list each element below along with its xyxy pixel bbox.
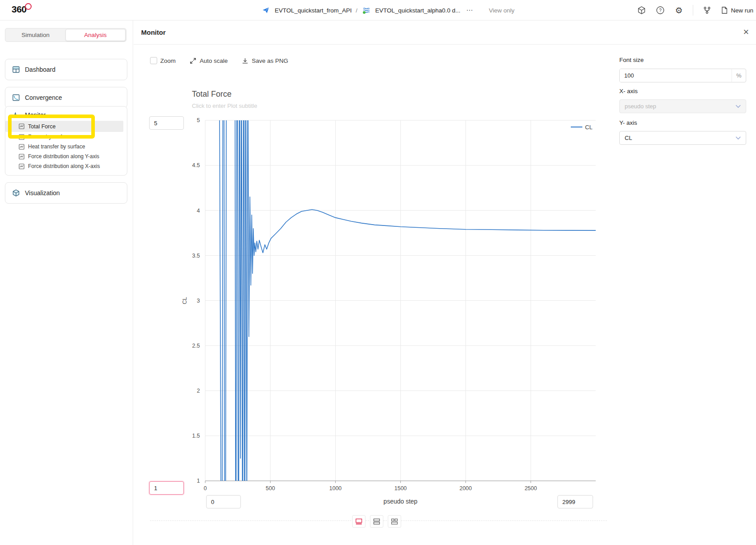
y-axis-label: Y- axis xyxy=(619,119,637,126)
breadcrumb-case-name[interactable]: EVTOL_quickstart_alpha0.0 d... xyxy=(375,7,460,14)
svg-text:1000: 1000 xyxy=(329,485,342,492)
monitor-item-label: Forces by surface xyxy=(28,134,70,140)
monitor-item-label: Heat transfer by surface xyxy=(28,143,85,150)
sidebar-item-dashboard[interactable]: Dashboard xyxy=(5,59,127,80)
svg-text:5: 5 xyxy=(197,117,200,123)
chart-subtitle-placeholder[interactable]: Click to enter Plot subtitle xyxy=(192,102,257,109)
visualization-cube-icon xyxy=(12,189,20,197)
new-run-label: New run xyxy=(731,7,753,14)
layout-switcher xyxy=(352,515,401,528)
monitor-section-header[interactable]: Monitor xyxy=(5,109,127,121)
layout-grid-button[interactable] xyxy=(388,515,401,528)
logo-ring-icon xyxy=(25,3,32,10)
save-png-label: Save as PNG xyxy=(252,57,289,64)
save-png-button[interactable]: Save as PNG xyxy=(241,57,289,65)
settings-gear-icon[interactable]: ⚙ xyxy=(674,5,684,15)
plot-icon xyxy=(19,164,24,169)
monitor-items: Total Force Forces by surface Heat trans… xyxy=(5,121,127,171)
layout-two-rows-icon xyxy=(373,518,380,525)
auto-scale-label: Auto scale xyxy=(200,57,228,64)
x-min-input[interactable] xyxy=(206,495,241,508)
sidebar: Simulation Analysis Dashboard Convergenc… xyxy=(0,20,133,545)
auto-scale-button[interactable]: Auto scale xyxy=(189,57,228,65)
zoom-label: Zoom xyxy=(160,57,176,64)
header-actions: ? ⚙ New run xyxy=(637,0,753,20)
download-icon xyxy=(241,57,249,65)
svg-text:1: 1 xyxy=(197,478,200,484)
breadcrumb-project-name[interactable]: EVTOL_quickstart_from_API xyxy=(275,7,352,14)
layout-single-button[interactable] xyxy=(352,515,366,528)
resources-cube-icon[interactable] xyxy=(637,5,646,15)
zoom-checkbox[interactable] xyxy=(150,57,157,64)
chevron-down-icon xyxy=(736,105,741,108)
monitor-item-label: Force distribution along X-axis xyxy=(28,163,100,169)
plot-icon xyxy=(19,154,24,160)
sidebar-item-convergence[interactable]: Convergence xyxy=(5,87,127,108)
version-fork-icon[interactable] xyxy=(702,5,712,15)
monitor-item-heat-transfer[interactable]: Heat transfer by surface xyxy=(5,142,127,152)
tab-simulation[interactable]: Simulation xyxy=(6,29,65,41)
font-size-label: Font size xyxy=(619,57,644,63)
svg-text:4.5: 4.5 xyxy=(192,162,200,168)
monitor-item-forces-by-surface[interactable]: Forces by surface xyxy=(5,132,127,142)
monitor-section-title: Monitor xyxy=(25,111,46,119)
convergence-label: Convergence xyxy=(25,94,62,101)
sidebar-card-visualization: Visualization xyxy=(5,182,127,204)
auto-scale-icon xyxy=(189,57,197,65)
svg-text:2.5: 2.5 xyxy=(192,343,200,349)
dashboard-label: Dashboard xyxy=(25,66,56,73)
monitor-item-total-force[interactable]: Total Force xyxy=(5,121,123,132)
svg-text:3.5: 3.5 xyxy=(192,253,200,259)
view-only-badge: View only xyxy=(489,7,515,14)
mode-tabs: Simulation Analysis xyxy=(5,28,126,42)
monitor-panel: Monitor × Zoom Auto scale Save as PNG To… xyxy=(134,20,756,545)
zoom-toggle[interactable]: Zoom xyxy=(150,57,176,64)
panel-header: Monitor × xyxy=(134,20,756,45)
svg-text:4: 4 xyxy=(197,208,200,214)
convergence-icon xyxy=(12,94,20,102)
monitor-item-force-dist-y[interactable]: Force distribution along Y-axis xyxy=(5,152,127,161)
sidebar-card-convergence: Convergence xyxy=(5,87,127,108)
monitor-icon xyxy=(12,111,20,119)
close-icon[interactable]: × xyxy=(743,26,749,38)
monitor-item-force-dist-x[interactable]: Force distribution along X-axis xyxy=(5,161,127,171)
help-icon[interactable]: ? xyxy=(655,5,665,15)
project-icon xyxy=(261,5,271,15)
y-min-input[interactable] xyxy=(149,481,184,495)
x-axis-select: pseudo step xyxy=(619,99,746,113)
monitor-item-label: Total Force xyxy=(28,123,56,130)
total-force-chart[interactable]: 11.522.533.544.5505001000150020002500CLp… xyxy=(156,109,606,510)
svg-text:3: 3 xyxy=(197,298,200,304)
font-size-field: % xyxy=(619,69,746,82)
tab-analysis[interactable]: Analysis xyxy=(65,29,126,41)
svg-text:CL: CL xyxy=(181,297,188,304)
layout-two-rows-button[interactable] xyxy=(370,515,383,528)
monitor-item-label: Force distribution along Y-axis xyxy=(28,153,99,160)
new-run-button[interactable]: New run xyxy=(721,6,753,14)
sidebar-card-dashboard: Dashboard xyxy=(5,59,127,80)
sidebar-card-monitor: Monitor Total Force Forces by surface He… xyxy=(5,106,127,176)
visualization-label: Visualization xyxy=(25,189,60,197)
plot-icon xyxy=(19,123,24,129)
chart-title[interactable]: Total Force xyxy=(192,90,232,99)
sidebar-item-visualization[interactable]: Visualization xyxy=(5,183,127,203)
svg-text:1500: 1500 xyxy=(394,485,407,492)
font-size-input[interactable] xyxy=(620,69,732,82)
app-logo: 360 xyxy=(12,4,27,15)
y-axis-select[interactable]: CL xyxy=(619,131,746,145)
layout-grid-icon xyxy=(391,518,398,525)
svg-text:CL: CL xyxy=(585,124,593,131)
svg-text:pseudo step: pseudo step xyxy=(383,498,417,505)
svg-text:?: ? xyxy=(659,8,662,13)
svg-text:0: 0 xyxy=(204,485,207,492)
top-header: 360 EVTOL_quickstart_from_API / EVTOL_qu… xyxy=(0,0,756,20)
svg-text:2500: 2500 xyxy=(524,485,537,492)
svg-text:2: 2 xyxy=(197,388,200,394)
chevron-down-icon xyxy=(736,136,741,140)
svg-text:500: 500 xyxy=(266,485,275,492)
x-max-input[interactable] xyxy=(557,495,593,508)
svg-text:1.5: 1.5 xyxy=(192,433,200,439)
breadcrumb-more-button[interactable]: ⋯ xyxy=(464,6,475,14)
header-divider xyxy=(693,5,693,16)
dashboard-icon xyxy=(12,66,20,74)
